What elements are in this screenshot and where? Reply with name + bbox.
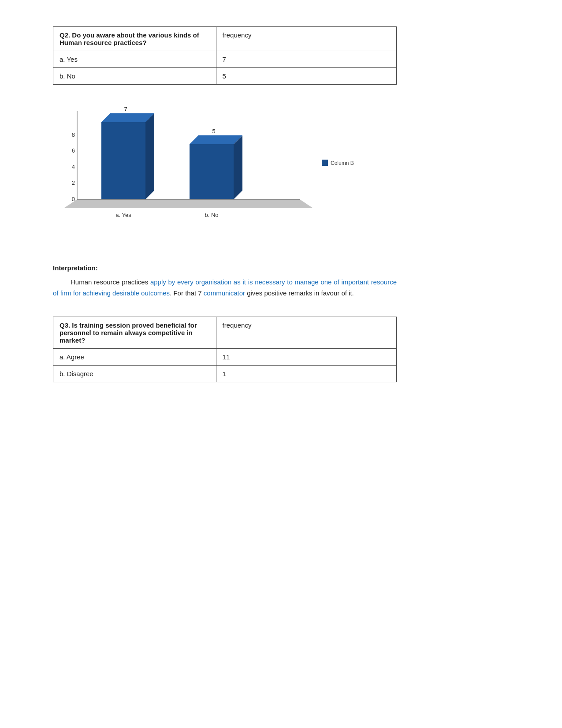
svg-rect-11 — [190, 144, 234, 199]
table-row: b. No — [53, 68, 216, 85]
svg-text:4: 4 — [72, 164, 75, 170]
svg-rect-7 — [101, 122, 145, 199]
table-row: 5 — [216, 68, 396, 85]
interpretation-title: Interpretation: — [53, 262, 397, 274]
bar-chart-q2: 0 2 4 6 8 7 5 a. Yes b. No Column B — [53, 102, 370, 245]
table-q3-frequency-header: frequency — [216, 317, 396, 348]
svg-marker-12 — [234, 135, 242, 199]
table-row: 1 — [216, 365, 396, 382]
svg-marker-8 — [145, 113, 154, 199]
svg-text:5: 5 — [212, 128, 215, 134]
table-row: a. Agree — [53, 348, 216, 365]
interpretation-body: Human resource practices apply by every … — [53, 276, 397, 299]
table-q2: Q2. Do you aware about the various kinds… — [53, 26, 397, 85]
svg-text:8: 8 — [72, 131, 75, 138]
svg-marker-6 — [64, 199, 313, 208]
svg-text:a. Yes: a. Yes — [115, 212, 131, 218]
svg-marker-9 — [101, 113, 154, 122]
svg-text:b. No: b. No — [205, 212, 218, 218]
svg-rect-19 — [322, 160, 328, 166]
table-row: 7 — [216, 51, 396, 68]
table-row: a. Yes — [53, 51, 216, 68]
table-q2-frequency-header: frequency — [216, 27, 396, 51]
svg-text:Column B: Column B — [331, 160, 354, 166]
table-row: b. Disagree — [53, 365, 216, 382]
table-q2-question: Q2. Do you aware about the various kinds… — [53, 27, 216, 51]
svg-text:7: 7 — [124, 106, 127, 112]
interpretation-section: Interpretation: Human resource practices… — [53, 262, 397, 299]
chart-svg: 0 2 4 6 8 7 5 a. Yes b. No Column B — [53, 102, 370, 243]
table-q3-question: Q3. Is training session proved beneficia… — [53, 317, 216, 348]
svg-marker-13 — [190, 135, 242, 144]
svg-text:6: 6 — [72, 147, 75, 154]
table-q3: Q3. Is training session proved beneficia… — [53, 317, 397, 382]
svg-text:2: 2 — [72, 179, 75, 186]
table-row: 11 — [216, 348, 396, 365]
